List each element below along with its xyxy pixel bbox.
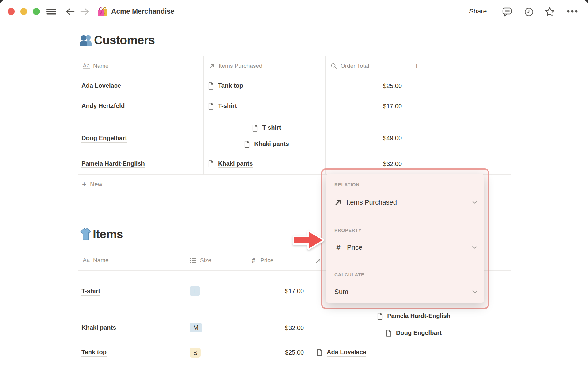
calculate-select[interactable]: Sum xyxy=(334,287,477,297)
chevron-down-icon xyxy=(472,246,477,249)
size-chip: M xyxy=(190,323,202,332)
text-aa-icon: Aa xyxy=(83,63,90,69)
table-row[interactable]: Ada Lovelace xyxy=(78,76,204,96)
add-column-icon: + xyxy=(415,62,419,70)
items-section-title: Items xyxy=(79,228,123,241)
rollup-config-popup: RELATION Items Purchased PROPERTY # Pric… xyxy=(326,174,484,303)
relation-arrow-icon xyxy=(208,63,216,69)
number-hash-icon: # xyxy=(334,243,342,252)
page-icon xyxy=(244,140,250,148)
table-row[interactable]: Tank top xyxy=(78,343,185,362)
page-icon xyxy=(208,160,214,168)
page-title: Acme Merchandise xyxy=(111,7,174,16)
table-row[interactable]: Khaki pants xyxy=(78,307,185,343)
app-window: Acme Merchandise Share Customers xyxy=(0,0,588,368)
page-icon xyxy=(377,312,383,320)
property-section-label: PROPERTY xyxy=(334,228,362,233)
page-icon xyxy=(252,124,258,132)
history-clock-icon[interactable] xyxy=(524,7,533,17)
number-hash-icon: # xyxy=(250,257,257,264)
select-list-icon xyxy=(190,258,197,263)
share-button[interactable]: Share xyxy=(469,8,487,15)
customers-section-title: Customers xyxy=(79,33,155,47)
page-icon xyxy=(316,349,323,356)
relation-select[interactable]: Items Purchased xyxy=(334,198,477,207)
items-column-header-name[interactable]: Aa Name xyxy=(78,250,185,271)
forward-icon[interactable] xyxy=(80,8,89,15)
zoom-window-button[interactable] xyxy=(33,8,40,15)
back-icon[interactable] xyxy=(66,8,75,15)
red-arrow-annotation xyxy=(291,228,325,252)
size-chip: S xyxy=(190,348,201,358)
rollup-magnifier-icon xyxy=(330,63,337,69)
text-aa-icon: Aa xyxy=(83,257,90,264)
customers-column-header-name[interactable]: Aa Name xyxy=(78,56,204,76)
tshirt-icon xyxy=(79,228,92,241)
plus-icon: + xyxy=(82,181,86,188)
relation-arrow-icon xyxy=(315,258,322,263)
size-chip: L xyxy=(190,286,200,296)
chevron-down-icon xyxy=(472,290,477,293)
table-row[interactable]: T-shirt xyxy=(78,271,185,307)
minimize-window-button[interactable] xyxy=(20,8,27,15)
close-window-button[interactable] xyxy=(8,8,15,15)
items-column-header-price[interactable]: # Price xyxy=(245,250,310,271)
popup-divider xyxy=(326,263,484,263)
table-row[interactable]: Andy Hertzfeld xyxy=(78,96,204,116)
page-icon xyxy=(208,82,214,90)
property-select[interactable]: # Price xyxy=(334,243,477,252)
table-row[interactable]: Pamela Hardt-English xyxy=(78,153,204,175)
ellipsis-icon[interactable] xyxy=(567,10,578,13)
popup-divider xyxy=(326,218,484,218)
add-column-button[interactable]: + xyxy=(408,56,511,76)
hamburger-icon[interactable] xyxy=(46,9,56,15)
calculate-section-label: CALCULATE xyxy=(334,272,364,277)
star-icon[interactable] xyxy=(545,7,555,17)
customers-column-header-order-total[interactable]: Order Total xyxy=(326,56,408,76)
customers-column-header-items-purchased[interactable]: Items Purchased xyxy=(204,56,326,76)
shopping-bags-icon xyxy=(97,6,108,17)
chevron-down-icon xyxy=(472,201,477,204)
people-icon xyxy=(79,33,93,47)
customers-title-text: Customers xyxy=(94,33,155,47)
items-column-header-size[interactable]: Size xyxy=(185,250,245,271)
items-title-text: Items xyxy=(93,228,123,241)
relation-section-label: RELATION xyxy=(334,182,360,187)
relation-arrow-icon xyxy=(334,199,342,206)
comment-icon[interactable] xyxy=(502,7,512,17)
page-icon xyxy=(208,102,214,110)
page-icon xyxy=(386,329,392,337)
table-row[interactable]: Doug Engelbart xyxy=(78,116,204,153)
